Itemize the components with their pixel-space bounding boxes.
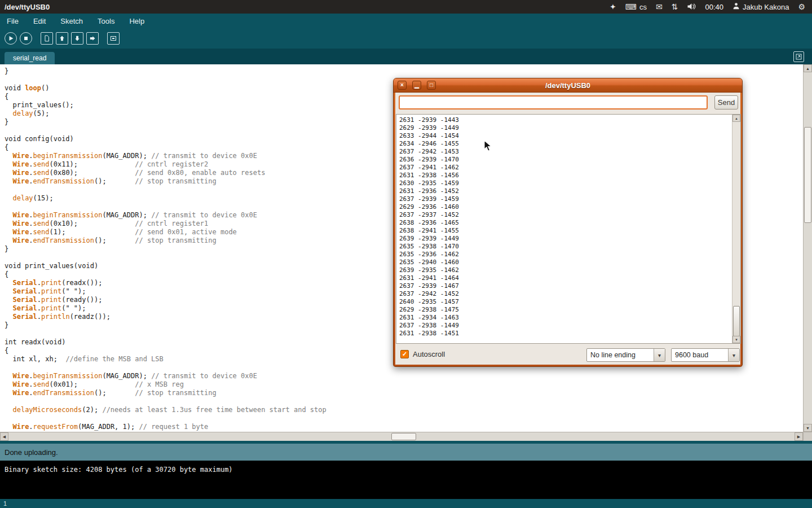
scroll-right-button[interactable]: ▶ bbox=[795, 432, 803, 441]
scroll-left-button[interactable]: ◀ bbox=[0, 432, 8, 441]
status-bar: Done uploading. bbox=[0, 444, 812, 461]
panel-window-title: /dev/ttyUSB0 bbox=[0, 3, 50, 11]
dropdown-arrow-icon[interactable]: ▾ bbox=[654, 349, 665, 361]
ide-toolbar bbox=[0, 28, 812, 49]
system-tray: ✦ ⌨ cs ✉ ⇅ 00:40 Jakub Kakona ⚙ bbox=[610, 2, 812, 11]
scroll-down-button[interactable]: ▼ bbox=[804, 424, 812, 432]
serial-scroll-up-button[interactable]: ▲ bbox=[732, 115, 740, 122]
maximize-button[interactable]: □ bbox=[427, 81, 436, 90]
menu-edit[interactable]: Edit bbox=[33, 17, 46, 25]
serial-monitor-window: × ▁ □ /dev/ttyUSB0 Send 2631 -2939 -1443… bbox=[393, 78, 743, 367]
status-text: Done uploading. bbox=[5, 448, 58, 457]
arrow-up-icon bbox=[59, 35, 65, 42]
minimize-button[interactable]: ▁ bbox=[412, 81, 421, 90]
serial-output-scrollbar[interactable]: ▲ ▼ bbox=[732, 115, 740, 343]
screen: /dev/ttyUSB0 ✦ ⌨ cs ✉ ⇅ 00:40 Jakub Kako… bbox=[0, 0, 812, 508]
line-ending-value: No line ending bbox=[587, 351, 654, 359]
send-button[interactable]: Send bbox=[714, 95, 738, 110]
baud-rate-value: 9600 baud bbox=[672, 351, 728, 359]
serial-output-area[interactable]: 2631 -2939 -1443 2629 -2939 -1449 2633 -… bbox=[396, 114, 741, 344]
menu-tools[interactable]: Tools bbox=[98, 17, 114, 25]
window-controls: × ▁ □ bbox=[398, 81, 436, 90]
clock[interactable]: 00:40 bbox=[705, 3, 723, 11]
menu-sketch[interactable]: Sketch bbox=[60, 17, 83, 25]
volume-icon[interactable] bbox=[687, 3, 696, 11]
editor-horizontal-scrollbar[interactable]: ◀ ▶ bbox=[0, 432, 803, 441]
serial-scroll-thumb[interactable] bbox=[733, 306, 740, 336]
play-icon bbox=[7, 35, 14, 42]
indicator-applet-icon[interactable]: ✦ bbox=[610, 3, 616, 11]
line-ending-select[interactable]: No line ending ▾ bbox=[586, 348, 665, 362]
open-button[interactable] bbox=[56, 32, 68, 45]
tab-label: serial_read bbox=[13, 54, 46, 62]
new-sketch-button[interactable] bbox=[41, 32, 53, 45]
arrow-right-icon bbox=[89, 35, 96, 42]
autoscroll-checkbox[interactable]: ✓ Autoscroll bbox=[400, 350, 445, 358]
close-button[interactable]: × bbox=[398, 81, 407, 90]
upload-button[interactable] bbox=[86, 32, 99, 45]
tab-menu-button[interactable] bbox=[793, 51, 804, 62]
stop-button[interactable] bbox=[20, 32, 32, 45]
serial-send-input[interactable] bbox=[399, 95, 708, 110]
serial-monitor-titlebar[interactable]: × ▁ □ /dev/ttyUSB0 bbox=[394, 78, 742, 93]
save-button[interactable] bbox=[71, 32, 83, 45]
tab-menu-icon bbox=[796, 54, 802, 60]
serial-scroll-down-button[interactable]: ▼ bbox=[732, 336, 740, 343]
mail-icon[interactable]: ✉ bbox=[656, 3, 663, 11]
baud-rate-select[interactable]: 9600 baud ▾ bbox=[671, 348, 740, 362]
serial-monitor-controls: ✓ Autoscroll No line ending ▾ 9600 baud … bbox=[395, 348, 740, 362]
stop-icon bbox=[23, 35, 29, 42]
session-gear-icon[interactable]: ⚙ bbox=[798, 3, 805, 11]
network-traffic-icon[interactable]: ⇅ bbox=[672, 3, 678, 11]
serial-monitor-title: /dev/ttyUSB0 bbox=[394, 78, 742, 93]
verify-button[interactable] bbox=[5, 32, 17, 45]
autoscroll-label: Autoscroll bbox=[413, 350, 445, 358]
tab-serial-read[interactable]: serial_read bbox=[5, 52, 55, 64]
keyboard-icon: ⌨ bbox=[625, 3, 637, 11]
editor-vertical-scrollbar[interactable]: ▲ ▼ bbox=[803, 64, 812, 432]
user-icon bbox=[732, 2, 740, 11]
new-file-icon bbox=[43, 35, 50, 42]
mouse-cursor bbox=[484, 140, 492, 152]
console-output: Binary sketch size: 4208 bytes (of a 307… bbox=[0, 461, 812, 499]
ide-menubar: File Edit Sketch Tools Help bbox=[0, 14, 812, 28]
top-panel: /dev/ttyUSB0 ✦ ⌨ cs ✉ ⇅ 00:40 Jakub Kako… bbox=[0, 0, 812, 14]
line-indicator-bar: 1 bbox=[0, 499, 812, 508]
arrow-down-icon bbox=[74, 35, 81, 42]
serial-monitor-body: Send 2631 -2939 -1443 2629 -2939 -1449 2… bbox=[395, 93, 740, 365]
scroll-up-button[interactable]: ▲ bbox=[804, 64, 812, 72]
username-label: Jakub Kakona bbox=[743, 3, 789, 11]
vertical-scroll-thumb[interactable] bbox=[804, 127, 811, 223]
menu-help[interactable]: Help bbox=[129, 17, 144, 25]
editor-tabbar: serial_read bbox=[0, 49, 812, 64]
serial-monitor-icon bbox=[110, 35, 117, 42]
keyboard-layout-indicator[interactable]: ⌨ cs bbox=[625, 3, 647, 11]
serial-monitor-button[interactable] bbox=[107, 32, 120, 45]
checkbox-checked-icon: ✓ bbox=[400, 350, 409, 358]
scrollbar-corner bbox=[803, 432, 812, 441]
serial-output-text: 2631 -2939 -1443 2629 -2939 -1449 2633 -… bbox=[396, 115, 732, 343]
current-line-number: 1 bbox=[3, 500, 7, 507]
dropdown-arrow-icon[interactable]: ▾ bbox=[728, 349, 739, 361]
horizontal-scroll-thumb[interactable] bbox=[391, 433, 416, 440]
menu-file[interactable]: File bbox=[7, 17, 19, 25]
keyboard-layout-label: cs bbox=[639, 3, 647, 11]
user-menu[interactable]: Jakub Kakona bbox=[732, 2, 789, 11]
